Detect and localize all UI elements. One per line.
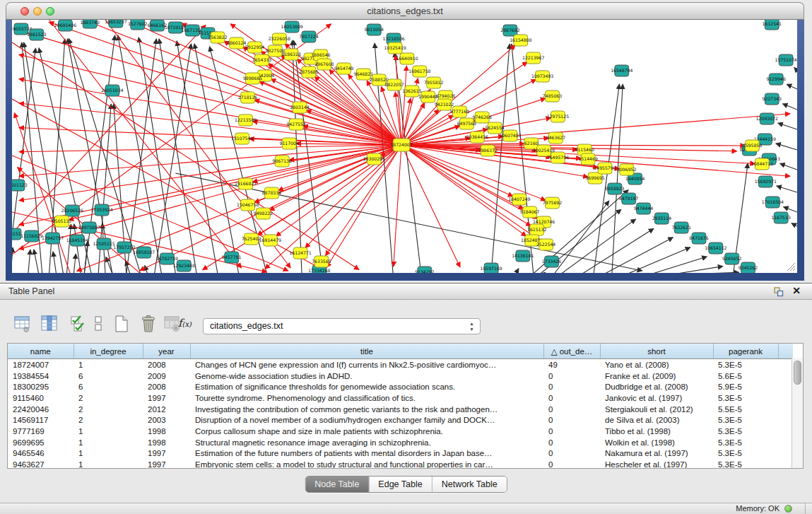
graph-edge — [12, 247, 13, 273]
table-cell: 0 — [543, 437, 600, 448]
column-header-title[interactable]: title — [190, 344, 543, 359]
row-height-icon[interactable] — [89, 313, 105, 335]
graph-node-label: 9463627 — [546, 135, 565, 140]
graph-node-label: 13942757 — [42, 235, 64, 240]
memory-status-icon[interactable] — [784, 505, 792, 513]
graph-node-label: 11845194 — [66, 238, 88, 243]
table-settings-icon[interactable]: ⚙ — [11, 313, 34, 335]
graph-node-label: 18300295 — [363, 156, 385, 161]
graph-edge — [126, 39, 156, 273]
network-window-titlebar[interactable]: citations_edges.txt — [6, 2, 804, 20]
graph-edge — [780, 163, 797, 170]
row-selection-icon[interactable] — [68, 313, 85, 335]
table-row[interactable]: 1938455462009Genome-wide association stu… — [8, 370, 793, 382]
column-header-short[interactable]: short — [600, 344, 713, 359]
graph-node-label: 8958923 — [605, 186, 624, 191]
graph-node-label: 9117004 — [280, 141, 299, 146]
status-bar: Memory: OK — [0, 503, 812, 514]
column-header-filler — [778, 344, 793, 359]
graph-node-label: 16124771 — [289, 250, 311, 255]
table-cell: 6 — [73, 370, 143, 382]
table-cell: Estimation of significance thresholds fo… — [190, 381, 543, 392]
graph-edge — [794, 67, 797, 71]
graph-edge — [139, 37, 175, 273]
close-icon[interactable]: ✕ — [792, 285, 801, 296]
table-row[interactable]: 946554611997Estimation of the future num… — [8, 448, 793, 460]
table-cell-filler — [778, 381, 793, 392]
graph-node-label: 15692971 — [755, 179, 777, 184]
delete-table-icon[interactable] — [137, 313, 160, 335]
graph-node-label: 10654112 — [705, 245, 726, 250]
graph-node-label: 8471676 — [689, 235, 708, 240]
table-row[interactable]: 911546021997Tourette syndrome. Phenomeno… — [8, 392, 793, 404]
graph-node-label: 7563822 — [208, 35, 227, 40]
tab-node-table[interactable]: Node Table — [305, 477, 368, 492]
column-header-out_de[interactable]: △ out_de… — [543, 344, 600, 359]
table-selector-dropdown[interactable]: citations_edges.txt ▲▼ — [203, 318, 481, 334]
table-cell: Structural magnetic resonance image aver… — [190, 437, 543, 448]
scrollbar-thumb[interactable] — [794, 361, 801, 385]
graph-node-label: 6479197 — [619, 196, 638, 201]
graph-edge — [544, 272, 546, 273]
column-header-pagerank[interactable]: pagerank — [713, 344, 778, 359]
create-table-icon[interactable] — [110, 313, 133, 335]
graph-edge — [605, 238, 673, 273]
minimize-traffic-light-icon[interactable] — [33, 7, 42, 16]
table-row[interactable]: 946362711997Embryonic stem cells: a mode… — [8, 459, 793, 469]
table-cell: 2003 — [143, 414, 190, 426]
graph-node-label: 14136141 — [512, 253, 534, 258]
graph-edge — [74, 224, 81, 273]
graph-node-label: 9898665 — [243, 76, 262, 81]
graph-node-label: 9134292 — [415, 269, 434, 273]
network-graph[interactable]: 1872400724055724986152320691406188374016… — [12, 20, 797, 273]
table-row[interactable]: 1830029562008Estimation of significance … — [8, 381, 793, 392]
tab-edge-table[interactable]: Edge Table — [368, 477, 431, 492]
table-row[interactable]: 969969511998Structural magnetic resonanc… — [8, 437, 793, 448]
table-cell: 1 — [73, 448, 143, 460]
column-header-name[interactable]: name — [8, 344, 73, 359]
graph-edge — [19, 79, 401, 145]
table-cell: 5.3E-5 — [713, 359, 778, 370]
dropdown-stepper-icon[interactable]: ▲▼ — [469, 321, 475, 332]
table-cell: 1998 — [143, 426, 190, 437]
table-cell: 19384554 — [8, 370, 73, 382]
table-cell: 0 — [543, 414, 600, 426]
table-cell: 0 — [543, 381, 600, 392]
graph-node-label: 2935114 — [652, 216, 671, 221]
table-cell: 0 — [543, 392, 600, 404]
graph-node-label: 12975125 — [547, 114, 569, 119]
column-header-year[interactable]: year — [143, 344, 190, 359]
graph-edge — [783, 207, 797, 212]
vertical-scrollbar[interactable] — [792, 358, 803, 468]
graph-edge — [177, 41, 218, 273]
table-row[interactable]: 2242004622012Investigating the contribut… — [8, 404, 793, 415]
table-panel-header[interactable]: Table Panel ✕ — [0, 283, 812, 300]
svg-text:⚙: ⚙ — [23, 325, 30, 333]
table-row[interactable]: 1872400712008Changes of HCN gene express… — [8, 359, 793, 370]
graph-node-label: 16495796 — [547, 155, 569, 160]
graph-node-label: 1362615 — [402, 88, 421, 93]
graph-node-label: 9115460 — [575, 147, 594, 152]
graph-node-label: 18407249 — [508, 197, 530, 201]
table-row[interactable]: 1456911722003Disruption of a novel membe… — [8, 414, 793, 426]
graph-node-label: 9245652 — [722, 256, 741, 261]
graph-node-label: 1640954 — [625, 176, 645, 181]
select-columns-icon[interactable] — [38, 313, 61, 335]
function-builder-icon[interactable]: f(x) — [178, 317, 199, 332]
table-cell: 14569117 — [8, 414, 73, 426]
column-header-in_degree[interactable]: in_degree — [73, 344, 143, 359]
float-window-icon[interactable] — [774, 287, 784, 297]
graph-node-label: 2987682 — [500, 28, 519, 33]
graph-node-label: 10607487 — [499, 133, 521, 138]
resize-grip-icon[interactable] — [787, 263, 795, 271]
table-cell-filler — [778, 359, 793, 370]
close-traffic-light-icon[interactable] — [20, 7, 29, 16]
graph-node-label: 12213509 — [235, 117, 257, 122]
table-cell: 0 — [543, 404, 600, 415]
network-canvas[interactable]: 1872400724055724986152320691406188374016… — [12, 20, 797, 273]
tab-network-table[interactable]: Network Table — [432, 477, 507, 492]
zoom-traffic-light-icon[interactable] — [46, 7, 54, 16]
graph-node-label: 9505133 — [52, 218, 71, 223]
table-row[interactable]: 977716911998Corpus callosum shape and si… — [8, 426, 793, 437]
table-cell: Jankovic et al. (1997) — [600, 392, 713, 404]
